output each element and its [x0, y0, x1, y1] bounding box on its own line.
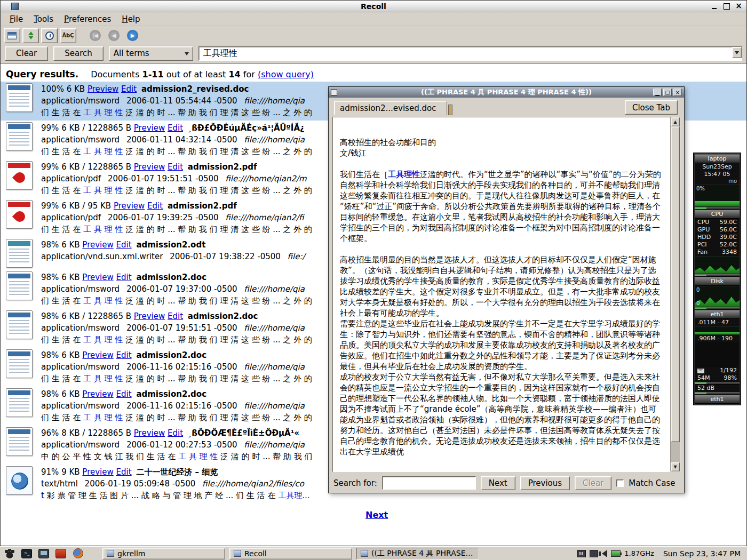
- show-desktop-button[interactable]: [3, 548, 16, 559]
- main-titlebar[interactable]: Recoll: [1, 1, 746, 12]
- preview-titlebar[interactable]: ((工 PHRASE 4 具 PHRASE 4 理 PHRASE 4 性)) ▁…: [329, 87, 684, 98]
- temp-row: GPU56.0C: [695, 226, 740, 234]
- result-edit-link[interactable]: Edit: [116, 467, 132, 477]
- result-mime: application/msword: [41, 401, 120, 411]
- next-page-icon: ▶: [127, 30, 138, 41]
- result-url: file:///home/qian2/m: [225, 174, 306, 183]
- result-mime: application/vnd.sun.xml.writer: [41, 252, 163, 261]
- result-title: admission2.doc: [136, 350, 206, 360]
- result-edit-link[interactable]: Edit: [116, 240, 132, 250]
- task-recoll[interactable]: Recoll: [229, 548, 352, 559]
- result-size: 6 KB / 1228865 B: [61, 311, 131, 321]
- preview-text: 高校招生的社会功能和目的文/钱江我们生活在［工具理性泛滥的时代。作为“世之显学”…: [333, 117, 670, 471]
- menu-preferences[interactable]: Preferences: [59, 13, 116, 25]
- table-icon: [7, 32, 17, 39]
- disk-chart: 0 0: [695, 286, 740, 307]
- preview-minimize-icon[interactable]: ▁: [653, 89, 662, 96]
- term-explorer-button[interactable]: ÂbÇ: [60, 28, 76, 43]
- result-edit-link[interactable]: Edit: [168, 162, 183, 172]
- result-title: admission2.pdf: [188, 162, 257, 172]
- task-gkrellm[interactable]: gkrellm: [102, 548, 225, 559]
- result-preview-link[interactable]: Preview: [134, 428, 165, 438]
- search-mode-combo[interactable]: All terms: [109, 46, 193, 61]
- find-clear-button[interactable]: Clear: [575, 476, 611, 490]
- clear-button[interactable]: Clear: [5, 46, 48, 61]
- preview-close-icon[interactable]: ×: [673, 89, 682, 96]
- minimize-icon[interactable]: [710, 2, 719, 10]
- page-next-button[interactable]: ▶: [124, 28, 141, 43]
- battery-icon[interactable]: [611, 550, 621, 557]
- next-page-link[interactable]: Next: [365, 510, 388, 520]
- close-tab-button[interactable]: Close Tab: [625, 100, 678, 115]
- result-score: 91%: [41, 467, 59, 477]
- gkrellm-cpu-header: CPU: [695, 210, 740, 219]
- volume-icon[interactable]: [602, 550, 607, 557]
- preview-scrollbar[interactable]: ▲ ▼: [670, 117, 680, 471]
- terminal-launcher[interactable]: [20, 548, 33, 559]
- menu-tools[interactable]: Tools: [29, 13, 58, 25]
- result-preview-link[interactable]: Preview: [82, 350, 113, 360]
- gkrellm-spacer: [695, 342, 740, 367]
- result-url: file:///home/qia: [244, 362, 305, 372]
- find-next-button[interactable]: Next: [481, 476, 515, 490]
- preview-find-input[interactable]: [383, 477, 475, 489]
- html-file-icon: [6, 466, 33, 495]
- result-url: file:///home/qian2/fi: [225, 213, 304, 222]
- screen-launcher[interactable]: [37, 548, 50, 559]
- result-edit-link[interactable]: Edit: [121, 84, 137, 94]
- menu-file[interactable]: File: [5, 13, 28, 25]
- maximize-icon[interactable]: [722, 2, 731, 10]
- close-icon[interactable]: [734, 2, 743, 10]
- page-first-button[interactable]: |◀: [87, 28, 104, 43]
- window-title: Recoll: [1, 2, 746, 11]
- result-preview-link[interactable]: Preview: [88, 84, 118, 94]
- task-preview-window[interactable]: ((工 PHRASE 4 具 PHRASE ...: [356, 548, 479, 559]
- result-preview-link[interactable]: Preview: [134, 162, 165, 172]
- result-preview-link[interactable]: Preview: [82, 240, 113, 250]
- browser-launcher[interactable]: [71, 548, 84, 559]
- result-preview-link[interactable]: Preview: [82, 273, 113, 282]
- result-preview-link[interactable]: Preview: [134, 123, 165, 133]
- scroll-up-icon[interactable]: ▲: [671, 117, 680, 126]
- search-history-arrow-icon[interactable]: [732, 47, 742, 58]
- search-bar: Clear Search All terms: [1, 45, 746, 63]
- preview-tab[interactable]: admission2...evised.doc: [334, 101, 447, 115]
- result-score: 99%: [41, 201, 59, 211]
- result-preview-link[interactable]: Preview: [134, 311, 165, 321]
- result-edit-link[interactable]: Edit: [168, 311, 183, 321]
- result-abstract: 们 生 活 在 工 具 理 性 泛 滥 的 时 ... 帮 助 我 们 理 清 …: [41, 185, 312, 196]
- menu-help[interactable]: Help: [117, 13, 145, 25]
- result-score: 98%: [41, 240, 59, 250]
- result-edit-link[interactable]: Edit: [116, 389, 132, 399]
- scroll-down-icon[interactable]: ▼: [671, 462, 680, 471]
- preview-maximize-icon[interactable]: ▢: [663, 89, 672, 96]
- show-query-link[interactable]: (show query): [258, 69, 314, 79]
- result-edit-link[interactable]: Edit: [116, 273, 132, 282]
- page-previous-button[interactable]: ◀: [106, 28, 122, 43]
- sort-button[interactable]: [22, 28, 39, 43]
- match-case-checkbox[interactable]: [616, 479, 624, 487]
- tray-app-icon[interactable]: [590, 550, 598, 557]
- spell-icon: ÂbÇ: [62, 33, 74, 38]
- search-button[interactable]: Search: [53, 46, 104, 61]
- keyboard-layout-icon[interactable]: [577, 550, 586, 557]
- task-icon: [361, 550, 368, 557]
- result-edit-link[interactable]: Edit: [168, 428, 183, 438]
- search-input[interactable]: [199, 47, 732, 60]
- result-date: 2006-01-07 19:38:22 -0500: [170, 252, 281, 261]
- history-button[interactable]: [41, 28, 58, 43]
- app-launcher[interactable]: [54, 548, 67, 559]
- result-preview-link[interactable]: Preview: [114, 201, 145, 211]
- find-previous-button[interactable]: Previous: [520, 476, 570, 490]
- result-edit-link[interactable]: Edit: [168, 123, 183, 133]
- net-tx: .906M - 190: [697, 335, 733, 342]
- result-edit-link[interactable]: Edit: [116, 350, 132, 360]
- scrollbar-thumb[interactable]: [671, 126, 680, 442]
- result-preview-link[interactable]: Preview: [82, 389, 113, 399]
- result-edit-link[interactable]: Edit: [147, 201, 163, 211]
- result-abstract: t 彩 票 管 理 生 活 图 片 ... 战 略 与 管 理 地 产 经 ..…: [41, 490, 309, 501]
- result-table-button[interactable]: [4, 28, 20, 43]
- result-preview-link[interactable]: Preview: [82, 467, 113, 477]
- result-url: file:///home/qia: [244, 284, 305, 294]
- tab-handle[interactable]: [448, 105, 452, 115]
